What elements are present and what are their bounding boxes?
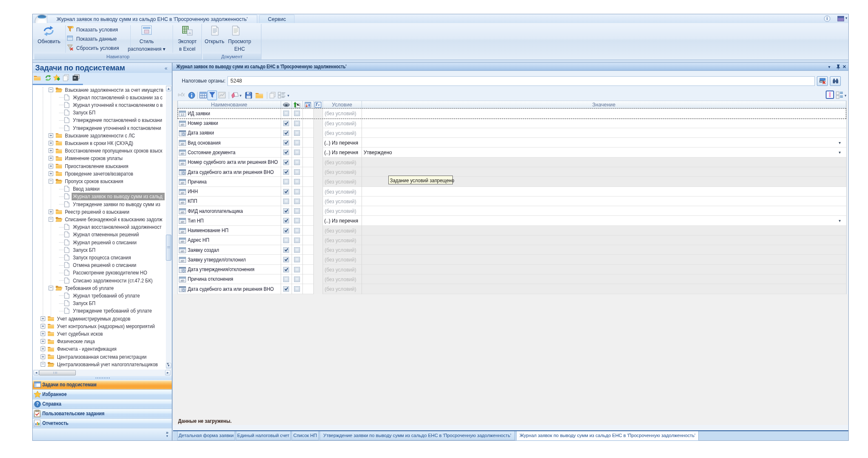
svg-text:ab: ab	[181, 191, 184, 194]
svg-text:ab: ab	[181, 122, 184, 126]
svg-text:ab: ab	[181, 278, 184, 282]
svg-text:ab: ab	[181, 210, 184, 214]
svg-text:ab: ab	[181, 200, 184, 204]
svg-text:ab: ab	[181, 152, 184, 155]
svg-text:ab: ab	[181, 181, 184, 185]
svg-text:ab: ab	[181, 239, 184, 243]
svg-text:ab: ab	[181, 161, 184, 165]
svg-text:?: ?	[36, 402, 39, 406]
svg-text:ab: ab	[181, 259, 184, 263]
svg-text:ab: ab	[181, 220, 184, 224]
svg-text:ab: ab	[181, 249, 184, 253]
svg-text:ab: ab	[181, 230, 184, 233]
svg-text:ab: ab	[181, 142, 184, 146]
